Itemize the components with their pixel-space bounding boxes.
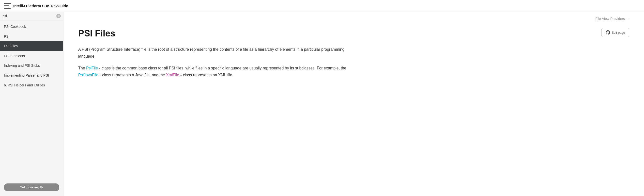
sidebar-item-indexing-psi-stubs[interactable]: Indexing and PSI Stubs (0, 61, 63, 71)
psifile-external-icon: ↗ (98, 66, 100, 71)
sidebar: PSI Cookbook PSI PSI Files PSI Elements … (0, 12, 64, 196)
sidebar-item-psi-helpers[interactable]: 6. PSI Helpers and Utilities (0, 81, 63, 90)
content-body: A PSI (Program Structure Interface) file… (78, 46, 349, 79)
para2-text-middle2: class represents a Java file, and the (101, 73, 166, 77)
sidebar-item-psi-files[interactable]: PSI Files (0, 41, 63, 51)
sidebar-item-psi-elements[interactable]: PSI Elements (0, 51, 63, 61)
page-header: PSI Files Edit page (78, 28, 629, 39)
para2-text-before: The (78, 66, 86, 70)
paragraph-2: The PsiFile↗ class is the common base cl… (78, 65, 349, 79)
paragraph-1: A PSI (Program Structure Interface) file… (78, 46, 349, 60)
content-area: File View Providers → PSI Files Edit pag… (64, 12, 644, 196)
psijavafile-link[interactable]: PsiJavaFile (78, 73, 98, 77)
xmlfile-link[interactable]: XmlFile (166, 73, 179, 77)
edit-page-button[interactable]: Edit page (602, 28, 629, 37)
header: IntelliJ Platform SDK DevGuide (0, 0, 644, 12)
para2-text-after: class represents an XML file. (182, 73, 233, 77)
sidebar-item-implementing-parser[interactable]: Implementing Parser and PSI (0, 71, 63, 81)
main-layout: PSI Cookbook PSI PSI Files PSI Elements … (0, 12, 644, 196)
header-title: IntelliJ Platform SDK DevGuide (13, 4, 68, 8)
sidebar-item-psi[interactable]: PSI (0, 32, 63, 42)
search-input[interactable] (2, 14, 56, 18)
next-page-link[interactable]: File View Providers → (596, 17, 629, 21)
xmlfile-external-icon: ↗ (180, 73, 182, 78)
edit-page-label: Edit page (612, 31, 625, 35)
psijavafile-external-icon: ↗ (99, 73, 101, 78)
page-title: PSI Files (78, 28, 115, 39)
search-clear-button[interactable] (56, 14, 61, 18)
psifile-link[interactable]: PsiFile (86, 66, 98, 70)
sidebar-footer: Get more results (0, 180, 63, 196)
content-nav: File View Providers → (78, 12, 629, 28)
menu-icon (4, 3, 11, 9)
nav-list: PSI Cookbook PSI PSI Files PSI Elements … (0, 21, 63, 180)
sidebar-item-psi-cookbook[interactable]: PSI Cookbook (0, 22, 63, 32)
para2-text-middle1: class is the common base class for all P… (100, 66, 346, 70)
search-bar (0, 12, 63, 21)
github-icon (606, 30, 610, 35)
get-more-results-button[interactable]: Get more results (4, 183, 59, 191)
